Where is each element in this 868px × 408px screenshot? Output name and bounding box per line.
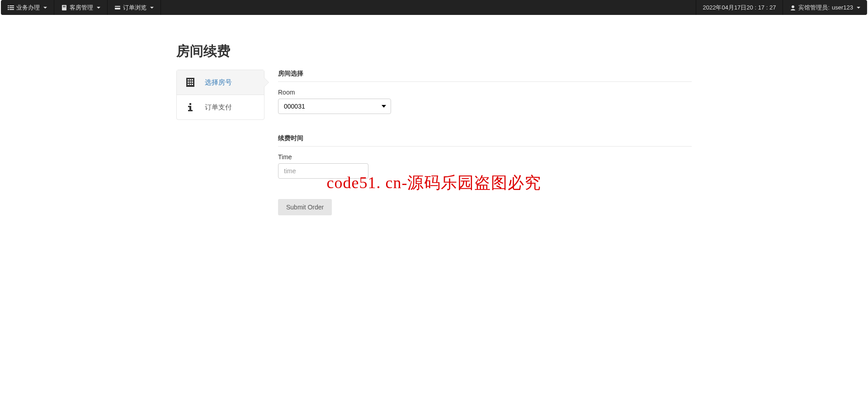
card-icon <box>114 5 121 11</box>
svg-rect-6 <box>62 5 66 10</box>
wizard-step-select-room[interactable]: 选择房号 <box>177 70 264 95</box>
svg-rect-5 <box>9 9 14 10</box>
svg-rect-14 <box>190 79 191 81</box>
nav-orders[interactable]: 订单浏览 <box>108 0 161 15</box>
info-icon <box>185 102 196 113</box>
chevron-down-icon <box>43 7 47 9</box>
svg-rect-13 <box>188 79 189 81</box>
building-icon <box>185 77 196 88</box>
nav-label: 业务办理 <box>16 4 40 12</box>
page-title: 房间续费 <box>176 42 692 61</box>
wizard-label: 订单支付 <box>205 103 232 112</box>
nav-user[interactable]: 宾馆管理员: user123 <box>783 0 867 15</box>
svg-rect-18 <box>192 81 193 83</box>
nav-user-prefix: 宾馆管理员: <box>798 4 830 12</box>
svg-rect-8 <box>63 7 66 7</box>
svg-rect-20 <box>190 84 191 85</box>
chevron-down-icon <box>150 7 154 9</box>
section-room-select: 房间选择 <box>278 70 692 82</box>
section-renew-time: 续费时间 <box>278 134 692 147</box>
list-icon <box>8 5 14 11</box>
book-icon <box>61 5 67 11</box>
nav-label: 客房管理 <box>70 4 93 12</box>
navbar: 业务办理 客房管理 订单浏览 2022年04月17日20 : 17 : 27 宾… <box>1 0 867 15</box>
svg-rect-25 <box>188 110 193 111</box>
svg-rect-21 <box>192 84 193 85</box>
nav-rooms[interactable]: 客房管理 <box>54 0 108 15</box>
submit-order-button[interactable]: Submit Order <box>278 199 332 215</box>
svg-rect-0 <box>8 5 9 6</box>
wizard-label: 选择房号 <box>205 78 232 87</box>
svg-rect-2 <box>8 7 9 8</box>
svg-rect-17 <box>190 81 191 83</box>
svg-rect-19 <box>188 84 189 85</box>
chevron-down-icon <box>97 7 100 9</box>
svg-rect-24 <box>188 106 189 107</box>
svg-rect-10 <box>115 7 120 8</box>
time-label: Time <box>278 153 692 161</box>
nav-user-name: user123 <box>832 4 853 11</box>
svg-rect-16 <box>188 81 189 83</box>
nav-business[interactable]: 业务办理 <box>1 0 54 15</box>
chevron-down-icon <box>857 7 860 9</box>
time-input[interactable] <box>278 163 368 179</box>
wizard: 选择房号 订单支付 <box>176 70 264 120</box>
svg-rect-7 <box>63 6 66 6</box>
svg-point-11 <box>792 5 794 8</box>
svg-rect-15 <box>192 79 193 81</box>
nav-datetime: 2022年04月17日20 : 17 : 27 <box>696 0 783 15</box>
room-label: Room <box>278 89 692 96</box>
wizard-step-payment[interactable]: 订单支付 <box>177 95 264 119</box>
svg-rect-22 <box>189 103 191 105</box>
svg-rect-1 <box>9 5 14 6</box>
svg-rect-3 <box>9 7 14 8</box>
room-select[interactable]: 000031 <box>278 99 391 114</box>
svg-rect-4 <box>8 9 9 10</box>
nav-label: 订单浏览 <box>123 4 146 12</box>
user-icon <box>790 5 796 11</box>
